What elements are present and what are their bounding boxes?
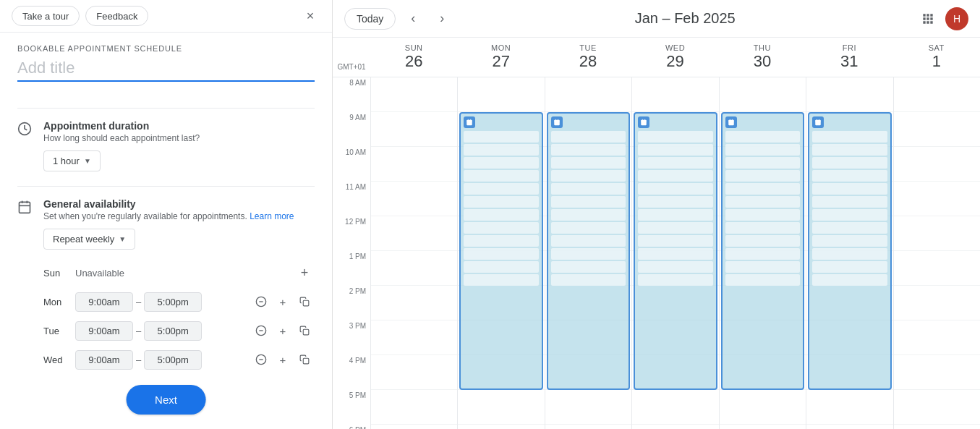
day-name-fri: FRI <box>806 43 892 52</box>
duration-dropdown[interactable]: 1 hour ▼ <box>43 150 101 171</box>
time-label-4pm: 4 PM <box>349 357 366 365</box>
calendar-days-header: GMT+01 SUN 26 MON 27 TUE 28 WED 29 THU 3… <box>333 38 980 77</box>
mon-copy-button[interactable] <box>294 292 315 312</box>
avatar[interactable]: H <box>945 7 968 30</box>
wed-actions: + <box>251 349 315 370</box>
next-nav-button[interactable]: › <box>430 7 453 30</box>
appt-block-fri[interactable] <box>808 112 891 390</box>
day-header-fri: FRI 31 <box>806 41 892 74</box>
svg-rect-26 <box>728 120 734 126</box>
title-input[interactable] <box>17 59 315 82</box>
close-button[interactable]: × <box>300 6 320 26</box>
tue-end-time[interactable]: 5:00pm <box>144 321 202 341</box>
duration-value: 1 hour <box>53 156 80 166</box>
prev-button[interactable]: ‹ <box>401 7 425 30</box>
learn-more-link[interactable]: Learn more <box>250 211 294 221</box>
time-label-12pm: 12 PM <box>345 218 366 226</box>
time-6pm: 6 PM <box>333 425 370 429</box>
general-availability-body: General availability Set when you're reg… <box>43 198 315 374</box>
time-column: 8 AM 9 AM 10 AM 11 AM 12 PM 1 PM 2 PM 3 … <box>333 77 370 429</box>
tue-delete-button[interactable] <box>251 320 271 341</box>
tue-add-button[interactable]: + <box>273 320 293 341</box>
clock-icon <box>17 122 32 140</box>
day-num-thu: 30 <box>719 52 806 71</box>
panel-content: BOOKABLE APPOINTMENT SCHEDULE Appointmen… <box>0 33 332 429</box>
svg-rect-18 <box>554 120 560 126</box>
timezone-label: GMT+01 <box>337 60 365 71</box>
appt-slots-wed <box>635 114 715 289</box>
appt-icon-thu <box>725 116 737 128</box>
svg-rect-30 <box>815 120 821 126</box>
take-tour-button[interactable]: Take a tour <box>12 6 80 26</box>
day-col-wed[interactable] <box>631 77 718 429</box>
left-panel: Take a tour Feedback × BOOKABLE APPOINTM… <box>0 0 333 429</box>
time-10am: 10 AM <box>333 147 370 182</box>
wed-end-time[interactable]: 5:00pm <box>144 350 202 370</box>
day-num-sat: 1 <box>893 52 980 71</box>
calendar-header: Today ‹ › Jan – Feb 2025 H <box>333 0 980 38</box>
appt-block-tue[interactable] <box>547 112 630 390</box>
mon-end-time[interactable]: 5:00pm <box>144 292 202 312</box>
day-col-mon[interactable] <box>457 77 544 429</box>
time-8am: 8 AM <box>333 77 370 112</box>
wed-add-button[interactable]: + <box>273 349 293 370</box>
next-button[interactable]: Next <box>126 385 206 415</box>
day-col-tue[interactable] <box>545 77 631 429</box>
time-label-11am: 11 AM <box>346 183 366 191</box>
day-num-mon: 27 <box>457 52 544 71</box>
bookable-schedule-label: BOOKABLE APPOINTMENT SCHEDULE <box>17 44 315 53</box>
appointment-duration-body: Appointment duration How long should eac… <box>43 120 315 171</box>
day-num-tue: 28 <box>545 52 631 71</box>
mon-delete-button[interactable] <box>251 292 271 312</box>
day-col-sun <box>370 77 457 429</box>
tue-start-time[interactable]: 9:00am <box>75 321 133 341</box>
wed-copy-button[interactable] <box>294 349 315 370</box>
appt-slots-tue <box>548 114 629 289</box>
feedback-button[interactable]: Feedback <box>85 6 148 26</box>
duration-arrow-icon: ▼ <box>84 157 91 165</box>
appt-block-wed[interactable] <box>634 112 717 390</box>
time-3pm: 3 PM <box>333 320 370 355</box>
today-button[interactable]: Today <box>344 8 396 30</box>
time-label-1pm: 1 PM <box>349 252 366 260</box>
mon-add-button[interactable]: + <box>273 292 293 312</box>
appt-icon-mon <box>464 116 475 128</box>
repeat-value: Repeat weekly <box>53 234 114 245</box>
appt-block-mon[interactable] <box>459 112 542 390</box>
repeat-arrow-icon: ▼ <box>119 235 126 243</box>
day-col-sat <box>893 77 980 429</box>
svg-rect-14 <box>467 120 473 126</box>
repeat-dropdown[interactable]: Repeat weekly ▼ <box>43 229 135 250</box>
tue-actions: + <box>251 320 315 341</box>
day-name-mon: MON <box>457 43 544 52</box>
avail-row-tue: Tue 9:00am – 5:00pm + <box>43 316 315 345</box>
day-col-fri[interactable] <box>806 77 892 429</box>
day-wed: Wed <box>43 354 69 365</box>
appt-slots-thu <box>723 114 803 289</box>
mon-time-range: 9:00am – 5:00pm <box>75 292 245 312</box>
day-mon: Mon <box>43 297 69 307</box>
day-header-thu: THU 30 <box>719 41 806 74</box>
day-tue: Tue <box>43 326 69 336</box>
apps-icon[interactable] <box>916 7 939 30</box>
time-label-10am: 10 AM <box>346 148 366 156</box>
divider-1 <box>17 108 315 109</box>
day-name-sun: SUN <box>370 43 457 52</box>
wed-time-dash: – <box>136 354 141 365</box>
calendar-title: Jan – Feb 2025 <box>459 10 911 27</box>
day-header-mon: MON 27 <box>457 41 544 74</box>
appt-icon-wed <box>638 116 649 128</box>
wed-delete-button[interactable] <box>251 349 271 370</box>
close-icon: × <box>307 9 315 24</box>
wed-time-range: 9:00am – 5:00pm <box>75 350 245 370</box>
day-col-thu[interactable] <box>719 77 806 429</box>
general-availability-title: General availability <box>43 198 315 210</box>
wed-start-time[interactable]: 9:00am <box>75 350 133 370</box>
sun-add-button[interactable]: + <box>294 263 315 283</box>
svg-rect-22 <box>642 120 647 126</box>
appt-block-thu[interactable] <box>721 112 804 390</box>
general-availability-section: General availability Set when you're reg… <box>17 198 315 374</box>
mon-start-time[interactable]: 9:00am <box>75 292 133 312</box>
tue-copy-button[interactable] <box>294 320 315 341</box>
day-sun: Sun <box>43 268 69 279</box>
